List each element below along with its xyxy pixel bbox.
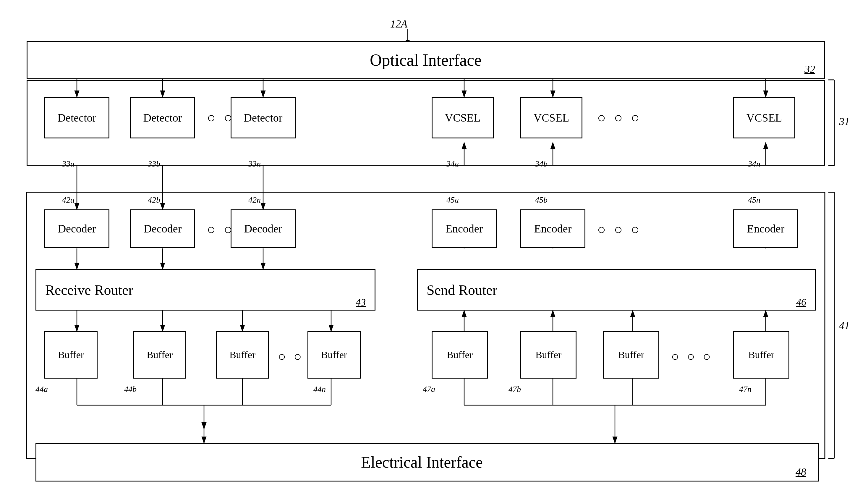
tx-buffer-1: Buffer <box>432 331 488 378</box>
rx-buffer-2-label: Buffer <box>147 349 173 360</box>
wire-label-47n: 47n <box>739 385 752 394</box>
vcsel-3: VCSEL <box>733 97 795 138</box>
wire-label-45b: 45b <box>535 195 548 205</box>
wire-label-34b: 34b <box>535 159 548 169</box>
wire-label-44b: 44b <box>124 385 137 394</box>
receive-router-box: Receive Router 43 <box>35 269 376 311</box>
wire-label-33b: 33b <box>148 159 160 169</box>
encoder-1: Encoder <box>432 210 497 248</box>
rx-buffer-n: Buffer <box>307 331 361 378</box>
section-41-ref: 41 <box>839 320 850 332</box>
wire-label-45n: 45n <box>748 195 760 205</box>
tx-buffer-n-label: Buffer <box>748 349 774 360</box>
vcsel-2-label: VCSEL <box>534 111 569 124</box>
tx-buffer-3: Buffer <box>603 331 659 378</box>
tx-buffer-1-label: Buffer <box>447 349 473 360</box>
tx-buffer-n: Buffer <box>733 331 789 378</box>
rx-buffer-2: Buffer <box>133 331 186 378</box>
decoder-3-label: Decoder <box>244 222 282 235</box>
encoder-3-label: Encoder <box>747 222 785 235</box>
decoder-1: Decoder <box>44 210 109 248</box>
wire-label-33a: 33a <box>62 159 75 169</box>
dots-encoders: ○ ○ ○ <box>597 221 642 237</box>
encoder-1-label: Encoder <box>445 222 483 235</box>
wire-label-42b: 42b <box>148 195 160 205</box>
optical-interface-label: Optical Interface <box>370 50 482 69</box>
rx-buffer-1: Buffer <box>44 331 98 378</box>
detector-3: Detector <box>231 97 296 138</box>
send-router-box: Send Router 46 <box>417 269 816 311</box>
dots-tx-buffers: ○ ○ ○ <box>671 349 713 364</box>
wire-label-47b: 47b <box>508 385 521 394</box>
optical-interface-box: Optical Interface 32 <box>27 41 825 79</box>
wire-label-33n: 33n <box>248 159 261 169</box>
section-31-ref: 31 <box>839 115 850 128</box>
rx-buffer-n-label: Buffer <box>321 349 347 360</box>
decoder-1-label: Decoder <box>58 222 96 235</box>
dots-vcsels: ○ ○ ○ <box>597 109 642 126</box>
wire-label-45a: 45a <box>446 195 459 205</box>
wire-label-42a: 42a <box>62 195 75 205</box>
electrical-interface-box: Electrical Interface 48 <box>35 443 819 481</box>
receive-router-label: Receive Router <box>45 282 356 298</box>
detector-2-label: Detector <box>143 111 182 124</box>
wire-label-34a: 34a <box>446 159 459 169</box>
diagram-ref-label: 12A <box>390 18 407 30</box>
wire-label-42n: 42n <box>248 195 261 205</box>
receive-router-ref: 43 <box>356 297 366 308</box>
detector-2: Detector <box>130 97 195 138</box>
electrical-interface-ref: 48 <box>795 466 806 478</box>
encoder-2: Encoder <box>520 210 585 248</box>
decoder-2: Decoder <box>130 210 195 248</box>
encoder-2-label: Encoder <box>534 222 572 235</box>
wire-label-34n: 34n <box>748 159 760 169</box>
vcsel-1-label: VCSEL <box>445 111 480 124</box>
wire-label-47a: 47a <box>423 385 435 394</box>
encoder-3: Encoder <box>733 210 798 248</box>
vcsel-2: VCSEL <box>520 97 582 138</box>
detector-1-label: Detector <box>58 111 96 124</box>
optical-interface-ref: 32 <box>804 63 815 75</box>
tx-buffer-3-label: Buffer <box>618 349 644 360</box>
wire-label-44n: 44n <box>313 385 326 394</box>
decoder-3: Decoder <box>231 210 296 248</box>
rx-buffer-1-label: Buffer <box>58 349 84 360</box>
wire-label-44a: 44a <box>35 385 48 394</box>
detector-1: Detector <box>44 97 109 138</box>
tx-buffer-2-label: Buffer <box>535 349 562 360</box>
vcsel-1: VCSEL <box>432 97 494 138</box>
rx-buffer-3: Buffer <box>216 331 269 378</box>
send-router-label: Send Router <box>427 282 796 298</box>
send-router-ref: 46 <box>796 297 806 308</box>
rx-buffer-3-label: Buffer <box>230 349 255 360</box>
decoder-2-label: Decoder <box>144 222 182 235</box>
ref-arrow <box>407 29 408 41</box>
vcsel-3-label: VCSEL <box>746 111 782 124</box>
detector-3-label: Detector <box>244 111 283 124</box>
tx-buffer-2: Buffer <box>520 331 577 378</box>
electrical-interface-label: Electrical Interface <box>48 453 795 471</box>
